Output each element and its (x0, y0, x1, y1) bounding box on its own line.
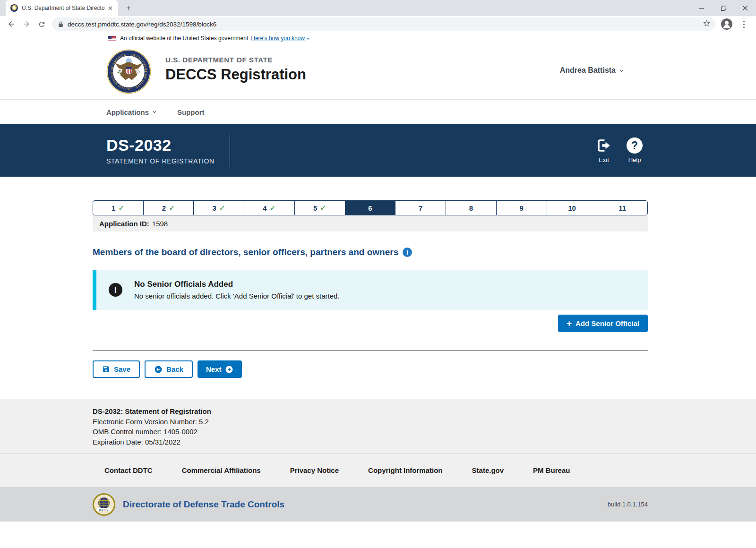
next-button[interactable]: Next (198, 360, 242, 378)
add-senior-official-label: Add Senior Official (576, 319, 639, 327)
page-title: DECCS Registration (165, 66, 306, 83)
footer-form-title: DS-2032: Statement of Registration (93, 406, 756, 417)
section-heading-text: Members of the board of directors, senio… (93, 247, 398, 257)
bookmark-star-button[interactable] (703, 19, 711, 29)
footer-link-pm-bureau[interactable]: PM Bureau (533, 466, 570, 474)
help-label: Help (628, 156, 641, 163)
application-id-row: Application ID: 1598 (93, 216, 648, 231)
step-tab-5[interactable]: 5 (295, 201, 345, 215)
info-alert: No Senior Officials Added No senior offi… (93, 270, 648, 310)
bottom-strip (0, 522, 756, 548)
check-icon (219, 204, 225, 213)
step-number: 3 (212, 204, 216, 212)
step-tab-7[interactable]: 7 (395, 201, 446, 215)
reload-icon (38, 20, 46, 28)
chevron-down-icon (152, 109, 157, 115)
nav-item-applications[interactable]: Applications (106, 108, 157, 116)
minimize-icon (699, 5, 704, 11)
save-button[interactable]: Save (93, 360, 140, 378)
gov-banner: An official website of the United States… (0, 32, 756, 44)
step-number: 8 (469, 204, 473, 212)
application-id-value: 1598 (152, 220, 168, 228)
build-label: build 1.0.1.154 (608, 501, 648, 508)
footer-link-commercial-affiliations[interactable]: Commercial Affiliations (182, 466, 261, 474)
step-tab-3[interactable]: 3 (194, 201, 244, 215)
check-icon (118, 204, 124, 213)
footer-link-state-gov[interactable]: State.gov (472, 466, 504, 474)
restore-icon (721, 5, 727, 11)
step-number: 1 (112, 204, 115, 212)
plus-icon (567, 319, 572, 328)
help-button[interactable]: Help (627, 137, 643, 163)
footer-links: Contact DDTCCommercial AffiliationsPriva… (0, 453, 756, 487)
org-name-link[interactable]: Directorate of Defense Trade Controls (123, 499, 284, 510)
footer-expiration: Expiration Date: 05/31/2022 (93, 437, 756, 447)
lock-icon (58, 21, 64, 27)
alert-info-icon (109, 283, 122, 297)
footer-bottom: DDTC Directorate of Defense Trade Contro… (0, 487, 756, 522)
banner-divider (230, 134, 230, 167)
chevron-down-icon (306, 36, 311, 41)
step-number: 9 (520, 204, 524, 212)
new-tab-button[interactable]: + (124, 3, 133, 13)
ddtc-logo: DDTC (93, 493, 115, 516)
step-number: 6 (368, 204, 372, 212)
ddtc-logo-text: DDTC (99, 508, 109, 511)
exit-button[interactable]: Exit (595, 137, 612, 163)
nav-item-support[interactable]: Support (177, 108, 205, 116)
reload-button[interactable] (35, 18, 48, 30)
window-minimize-button[interactable] (691, 0, 713, 16)
back-button[interactable] (5, 18, 17, 30)
next-circle-icon (225, 365, 233, 374)
main-content: 1234567891011 Application ID: 1598 Membe… (0, 177, 756, 399)
exit-icon (595, 137, 612, 154)
form-meta: DS-2032: Statement of Registration Elect… (0, 399, 756, 453)
step-tab-1[interactable]: 1 (93, 201, 144, 215)
browser-menu-button[interactable] (738, 21, 749, 28)
form-banner: DS-2032 STATEMENT OF REGISTRATION Exit H… (0, 124, 756, 177)
back-label: Back (166, 365, 183, 373)
step-tab-11[interactable]: 11 (597, 201, 647, 215)
application-id-label: Application ID: (99, 220, 149, 228)
how-you-know-label: Here's how you know (251, 35, 305, 42)
window-close-button[interactable] (734, 0, 756, 16)
forward-arrow-icon (22, 20, 31, 28)
save-label: Save (114, 365, 130, 373)
add-senior-official-button[interactable]: Add Senior Official (558, 315, 648, 332)
footer-link-privacy-notice[interactable]: Privacy Notice (290, 466, 339, 474)
url-bar[interactable]: deccs.test.pmddtc.state.gov/reg/ds2032/1… (52, 17, 715, 31)
back-button-form[interactable]: Back (145, 360, 193, 378)
window-restore-button[interactable] (713, 0, 734, 16)
url-text: deccs.test.pmddtc.state.gov/reg/ds2032/1… (68, 21, 216, 28)
step-number: 5 (313, 204, 317, 212)
footer: DS-2032: Statement of Registration Elect… (0, 399, 756, 548)
step-tab-6[interactable]: 6 (345, 201, 396, 215)
browser-toolbar: deccs.test.pmddtc.state.gov/reg/ds2032/1… (0, 16, 756, 32)
profile-avatar[interactable] (721, 18, 732, 30)
alert-title: No Senior Officials Added (134, 280, 340, 289)
user-menu[interactable]: Andrea Battista (560, 66, 625, 75)
footer-link-copyright-information[interactable]: Copyright Information (368, 466, 443, 474)
check-icon (270, 204, 276, 213)
check-icon (320, 204, 326, 213)
back-circle-icon (154, 365, 163, 374)
star-icon (703, 19, 711, 27)
step-tab-8[interactable]: 8 (446, 201, 497, 215)
footer-link-contact-ddtc[interactable]: Contact DDTC (104, 466, 153, 474)
step-tab-10[interactable]: 10 (547, 201, 598, 215)
step-number: 4 (263, 204, 266, 212)
exit-label: Exit (599, 156, 609, 163)
step-number: 10 (568, 204, 576, 212)
forward-button[interactable] (20, 18, 33, 30)
browser-tab[interactable]: U.S. Department of State Directo ✕ (6, 0, 118, 16)
form-number: DS-2032 (106, 136, 215, 154)
section-heading: Members of the board of directors, senio… (93, 247, 648, 257)
user-name: Andrea Battista (560, 66, 616, 75)
tab-close-icon[interactable]: ✕ (106, 5, 114, 11)
how-you-know-link[interactable]: Here's how you know (251, 35, 311, 42)
step-tab-2[interactable]: 2 (144, 201, 194, 215)
us-flag-icon (108, 36, 116, 41)
step-tab-4[interactable]: 4 (244, 201, 295, 215)
step-tab-9[interactable]: 9 (497, 201, 547, 215)
info-icon[interactable] (403, 248, 412, 257)
